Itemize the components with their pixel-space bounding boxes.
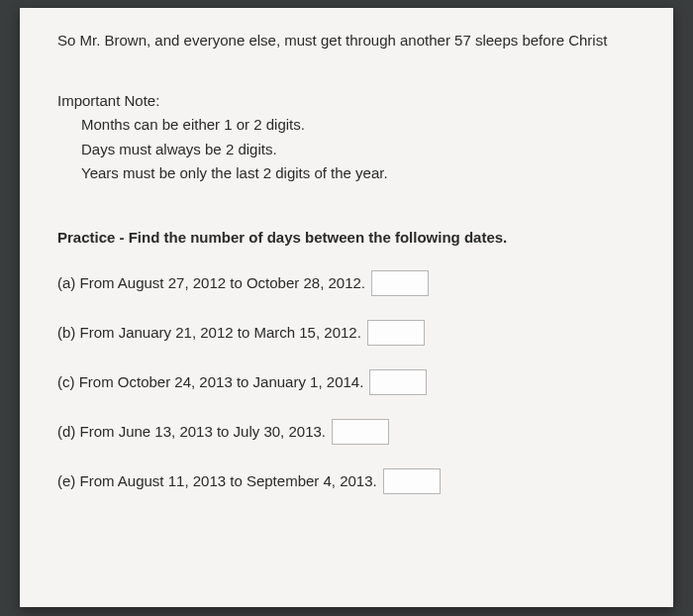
important-note-block: Important Note: Months can be either 1 o… [57, 90, 645, 185]
question-text: (d) From June 13, 2013 to July 30, 2013. [57, 421, 326, 444]
note-item: Days must always be 2 digits. [81, 139, 645, 161]
answer-input-a[interactable] [371, 270, 429, 296]
question-text: (a) From August 27, 2012 to October 28, … [57, 272, 365, 295]
answer-input-b[interactable] [367, 320, 425, 346]
question-row-e: (e) From August 11, 2013 to September 4,… [57, 468, 645, 494]
note-list: Months can be either 1 or 2 digits. Days… [57, 114, 645, 185]
question-row-a: (a) From August 27, 2012 to October 28, … [57, 270, 645, 296]
note-heading: Important Note: [57, 90, 645, 113]
question-row-d: (d) From June 13, 2013 to July 30, 2013. [57, 419, 645, 445]
question-text: (e) From August 11, 2013 to September 4,… [57, 470, 377, 493]
answer-input-d[interactable] [332, 419, 389, 445]
question-text: (b) From January 21, 2012 to March 15, 2… [57, 322, 361, 345]
question-row-b: (b) From January 21, 2012 to March 15, 2… [57, 320, 645, 346]
document-page: So Mr. Brown, and everyone else, must ge… [20, 8, 673, 607]
intro-text: So Mr. Brown, and everyone else, must ge… [57, 30, 645, 52]
question-row-c: (c) From October 24, 2013 to January 1, … [57, 369, 645, 395]
answer-input-e[interactable] [383, 468, 441, 494]
question-text: (c) From October 24, 2013 to January 1, … [57, 371, 363, 394]
note-item: Months can be either 1 or 2 digits. [81, 114, 645, 137]
note-item: Years must be only the last 2 digits of … [81, 162, 645, 185]
practice-heading: Practice - Find the number of days betwe… [57, 227, 645, 250]
answer-input-c[interactable] [369, 369, 427, 395]
